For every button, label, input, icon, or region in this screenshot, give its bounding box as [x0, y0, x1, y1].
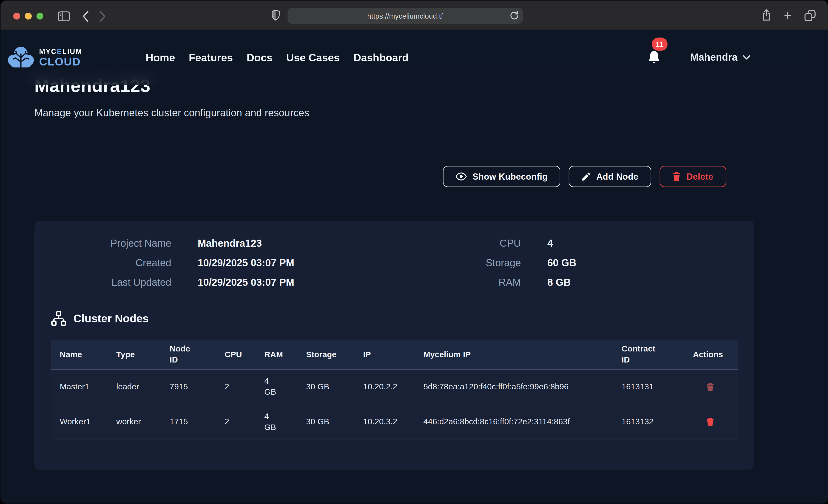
page-content: Mahendra123: [0, 30, 827, 504]
brand-logo[interactable]: MYCELIUM CLOUD: [7, 44, 82, 71]
close-window-button[interactable]: [13, 13, 20, 19]
privacy-shield-icon[interactable]: [271, 9, 280, 21]
cell-contract-id: 1613131: [622, 381, 682, 392]
ram-value: 8 GB: [547, 277, 738, 289]
reload-icon[interactable]: [509, 10, 519, 21]
nav-link-dashboard[interactable]: Dashboard: [354, 51, 409, 64]
table-header-row: Name Type Node ID CPU RAM Storage IP Myc…: [51, 340, 738, 370]
cell-ip: 10.20.3.2: [363, 416, 423, 427]
cell-node-id: 7915: [170, 381, 224, 392]
navbar-right: 11 Mahendra: [647, 50, 750, 65]
col-storage: Storage: [306, 349, 363, 360]
cell-cpu: 2: [225, 381, 264, 392]
project-name-value: Mahendra123: [198, 238, 388, 249]
ram-label: RAM: [415, 277, 521, 289]
cluster-details-card: Project Name Mahendra123 CPU 4 Created 1…: [35, 221, 754, 469]
last-updated-value: 10/29/2025 03:07 PM: [198, 277, 388, 289]
col-type: Type: [116, 349, 170, 360]
cell-type: worker: [116, 416, 170, 427]
cell-actions: [682, 381, 738, 392]
col-mycelium-ip: Mycelium IP: [423, 349, 622, 360]
cell-storage: 30 GB: [306, 416, 363, 427]
cpu-value: 4: [547, 238, 738, 249]
col-node-id: Node ID: [170, 343, 224, 366]
share-icon[interactable]: [761, 9, 772, 22]
forward-icon[interactable]: [99, 10, 106, 22]
cpu-label: CPU: [415, 238, 521, 249]
table-row-master1: Master1 leader 7915 2 4 GB 30 GB 10.20.2…: [51, 370, 738, 404]
show-kubeconfig-button[interactable]: Show Kubeconfig: [443, 166, 560, 187]
app-navbar: MYCELIUM CLOUD Home Features Docs Use Ca…: [0, 30, 827, 85]
nav-link-use-cases[interactable]: Use Cases: [286, 51, 340, 64]
cluster-nodes-heading: Cluster Nodes: [51, 310, 754, 327]
delete-node-button[interactable]: [704, 381, 716, 392]
chevron-down-icon: [742, 55, 750, 60]
url-text: https://myceliumcloud.tf: [367, 12, 443, 20]
cell-node-id: 1715: [170, 416, 224, 427]
col-name: Name: [51, 349, 116, 360]
last-updated-label: Last Updated: [50, 277, 171, 289]
nav-link-features[interactable]: Features: [189, 51, 233, 64]
main-navigation: Home Features Docs Use Cases Dashboard: [146, 51, 409, 64]
cell-storage: 30 GB: [306, 381, 363, 392]
traffic-lights: [13, 13, 43, 19]
eye-icon: [455, 172, 466, 181]
sidebar-toggle-icon[interactable]: [58, 11, 70, 22]
created-value: 10/29/2025 03:07 PM: [198, 257, 388, 269]
cell-ram: 4 GB: [264, 376, 306, 397]
storage-value: 60 GB: [547, 257, 738, 269]
toolbar-right-actions: +: [761, 8, 816, 23]
pencil-icon: [582, 172, 591, 181]
delete-node-button[interactable]: [704, 416, 716, 427]
col-cpu: CPU: [225, 349, 264, 360]
page-subtitle: Manage your Kubernetes cluster configura…: [35, 107, 309, 119]
browser-window: https://myceliumcloud.tf + Mahendra123: [0, 0, 828, 504]
cell-cpu: 2: [225, 416, 264, 427]
cluster-nodes-icon: [51, 310, 67, 327]
zoom-window-button[interactable]: [37, 13, 43, 19]
user-name: Mahendra: [690, 52, 738, 64]
notifications-button[interactable]: 11: [647, 50, 661, 65]
cluster-actions: Show Kubeconfig Add Node Delete: [443, 166, 726, 187]
scaled-viewport: https://myceliumcloud.tf + Mahendra123: [0, 0, 828, 504]
trash-icon: [672, 172, 681, 181]
cell-name: Master1: [51, 381, 116, 392]
browser-toolbar: https://myceliumcloud.tf +: [0, 0, 827, 30]
cell-name: Worker1: [51, 416, 116, 427]
col-ram: RAM: [264, 349, 306, 360]
tab-overview-icon[interactable]: [804, 9, 816, 22]
nav-link-docs[interactable]: Docs: [247, 51, 272, 64]
address-bar[interactable]: https://myceliumcloud.tf: [288, 8, 523, 24]
col-contract-id: Contract ID: [622, 343, 682, 366]
storage-label: Storage: [415, 257, 521, 269]
cluster-nodes-table: Name Type Node ID CPU RAM Storage IP Myc…: [51, 340, 738, 440]
col-actions: Actions: [682, 349, 738, 360]
bell-icon: [647, 50, 661, 65]
col-ip: IP: [363, 349, 423, 360]
nav-link-home[interactable]: Home: [146, 51, 175, 64]
brand-wordmark: MYCELIUM CLOUD: [39, 48, 82, 67]
mycelium-cloud-logo-icon: [7, 44, 35, 71]
cell-ip: 10.20.2.2: [363, 381, 423, 392]
add-node-button[interactable]: Add Node: [569, 166, 651, 187]
cell-mycelium-ip: 5d8:78ea:a120:f40c:ff0f:a5fe:99e6:8b96: [423, 381, 622, 392]
cell-contract-id: 1613132: [622, 416, 682, 427]
project-name-label: Project Name: [50, 238, 171, 249]
cell-type: leader: [116, 381, 170, 392]
cell-ram: 4 GB: [264, 411, 306, 433]
trash-icon: [706, 417, 714, 426]
table-row-worker1: Worker1 worker 1715 2 4 GB 30 GB 10.20.3…: [51, 404, 738, 440]
trash-icon: [706, 382, 714, 391]
created-label: Created: [50, 257, 171, 269]
cell-actions: [682, 416, 738, 427]
minimize-window-button[interactable]: [25, 13, 32, 19]
cluster-info-grid: Project Name Mahendra123 CPU 4 Created 1…: [35, 221, 754, 288]
cell-mycelium-ip: 446:d2a6:8bcd:8c16:ff0f:72e2:3114:863f: [423, 416, 622, 427]
new-tab-icon[interactable]: +: [784, 8, 792, 23]
back-icon[interactable]: [82, 10, 89, 22]
user-menu[interactable]: Mahendra: [690, 52, 750, 64]
delete-cluster-button[interactable]: Delete: [660, 166, 726, 187]
notification-badge: 11: [652, 37, 667, 50]
